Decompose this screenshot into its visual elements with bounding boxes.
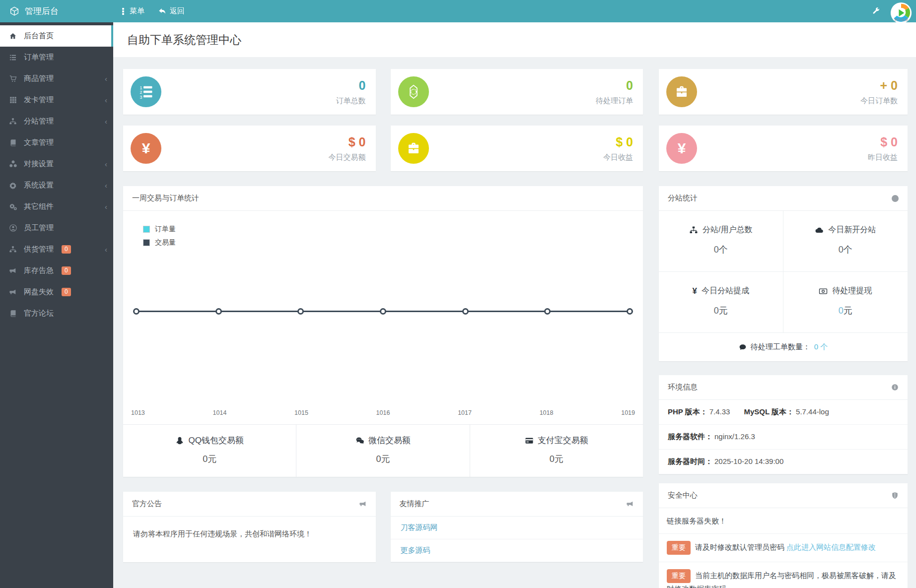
cloud-icon	[815, 226, 824, 235]
sidebar: 后台首页 订单管理 商品管理 ‹ 发卡管理 ‹ 分站管理 ‹ 文章管理 对接设置	[0, 22, 113, 588]
sidebar-item-home[interactable]: 后台首页	[0, 25, 113, 47]
chevron-left-icon: ‹	[105, 160, 107, 168]
security-row-admin-password: 重要请及时修改默认管理员密码点此进入网站信息配置修改	[659, 534, 908, 562]
gem-icon	[398, 76, 429, 107]
stat-value: $ 0	[868, 135, 898, 149]
user-icon	[8, 224, 18, 232]
main-area: 自助下单系统管理中心 123 0 订单总数	[113, 22, 916, 588]
chart-x-axis-labels: 1013 1014 1015 1016 1017 1018 1019	[131, 409, 635, 416]
sidebar-item-netdisk-invalid[interactable]: 网盘失效 0	[0, 281, 113, 303]
important-badge: 重要	[667, 541, 691, 555]
briefcase-icon	[398, 133, 429, 164]
legend-item-volume[interactable]: 交易量	[143, 238, 176, 247]
brand[interactable]: 管理后台	[0, 5, 113, 17]
stat-card-order-total[interactable]: 123 0 订单总数	[123, 69, 376, 115]
stat-card-today-volume[interactable]: ¥ $ 0 今日交易额	[123, 126, 376, 171]
env-row-versions: PHP 版本：7.4.33 MySQL 版本：5.7.44-log	[659, 400, 908, 425]
list-ol-icon: 123	[131, 76, 161, 107]
gears-icon	[8, 202, 18, 211]
sidebar-item-orders[interactable]: 订单管理	[0, 47, 113, 68]
security-row-server-fail: 链接服务器失败！	[659, 508, 908, 534]
x-tick: 1018	[540, 409, 554, 416]
sidebar-item-forum[interactable]: 官方论坛	[0, 303, 113, 324]
stat-card-pending-orders[interactable]: 0 待处理订单	[391, 69, 643, 115]
environment-panel: 环境信息 PHP 版本：7.4.33 MySQL 版本：5.7.44-log 服…	[659, 375, 908, 474]
promo-panel: 友情推广 刀客源码网 更多源码	[391, 492, 643, 562]
back-button[interactable]: 返回	[158, 6, 185, 16]
home-icon	[8, 32, 18, 40]
bullhorn-icon	[626, 500, 634, 508]
menu-button[interactable]: 菜单	[120, 6, 144, 16]
chart-panel-header: 一周交易与订单统计	[123, 186, 643, 211]
sidebar-item-suppliers[interactable]: 供货管理 0 ‹	[0, 239, 113, 260]
stat-card-today-orders[interactable]: + 0 今日订单数	[659, 69, 908, 115]
config-link[interactable]: 点此进入网站信息配置修改	[786, 543, 876, 551]
bullhorn-icon	[359, 500, 367, 508]
sitemap-icon	[8, 118, 18, 126]
sidebar-item-articles[interactable]: 文章管理	[0, 132, 113, 153]
stat-card-today-profit[interactable]: $ 0 今日收益	[391, 126, 643, 171]
data-point-marker	[627, 308, 633, 315]
sidebar-item-components[interactable]: 其它组件 ‹	[0, 196, 113, 217]
payment-stat-qq: QQ钱包交易额 0元	[123, 425, 296, 477]
sidebar-item-products[interactable]: 商品管理 ‹	[0, 68, 113, 89]
legend-swatch	[143, 226, 150, 233]
line-chart: 订单量 交易量	[123, 211, 643, 424]
x-tick: 1013	[131, 409, 145, 416]
pending-tickets-row: 待处理工单数量： 0 个	[659, 333, 908, 361]
stat-label: 今日交易额	[329, 153, 366, 162]
list-icon	[8, 54, 18, 62]
yen-icon: ¥	[666, 133, 697, 164]
circle-icon	[892, 195, 899, 202]
stat-card-yesterday-profit[interactable]: ¥ $ 0 昨日收益	[659, 126, 908, 171]
announcement-text: 请勿将本程序用于任何违规场景，共创和谐网络环境！	[123, 517, 376, 555]
money-bill-icon	[819, 287, 828, 296]
stat-label: 待处理订单	[596, 96, 633, 106]
sidebar-item-cards[interactable]: 发卡管理 ‹	[0, 89, 113, 111]
credit-card-icon	[525, 436, 534, 445]
pending-tickets-count[interactable]: 0 个	[814, 342, 828, 352]
sidebar-item-substations[interactable]: 分站管理 ‹	[0, 111, 113, 132]
env-row-server-software: 服务器软件：nginx/1.26.3	[659, 425, 908, 450]
data-point-marker	[544, 308, 551, 315]
stat-label: 昨日收益	[868, 153, 898, 162]
gear-icon	[8, 182, 18, 190]
x-tick: 1015	[294, 409, 308, 416]
chevron-left-icon: ‹	[105, 181, 107, 190]
chevron-left-icon: ‹	[105, 202, 107, 211]
cube-logo-icon	[9, 6, 20, 17]
weekly-chart-panel: 一周交易与订单统计 订单量 交易量	[123, 186, 643, 477]
payment-stat-alipay: 支付宝交易额 0元	[470, 425, 643, 477]
sidebar-item-settings[interactable]: 系统设置 ‹	[0, 175, 113, 196]
substation-stat-withdrawals: 待处理提现 0元	[783, 272, 908, 333]
security-panel: 安全中心 链接服务器失败！ 重要请及时修改默认管理员密码点此进入网站信息配置修改…	[659, 483, 908, 588]
count-badge: 0	[62, 266, 71, 275]
env-row-server-time: 服务器时间：2025-10-20 14:39:00	[659, 450, 908, 474]
legend-swatch	[143, 239, 150, 246]
promo-link-more[interactable]: 更多源码	[391, 539, 643, 562]
wechat-icon	[355, 436, 364, 445]
sidebar-item-integrations[interactable]: 对接设置 ‹	[0, 153, 113, 175]
yen-icon: ¥	[131, 133, 161, 164]
bullhorn-icon	[8, 288, 18, 296]
topbar: 管理后台 菜单 返回 腾讯视频	[0, 0, 916, 22]
sidebar-item-staff[interactable]: 员工管理	[0, 217, 113, 239]
sitemap-icon	[8, 246, 18, 254]
data-point-marker	[462, 308, 469, 315]
stat-value: 0	[336, 78, 366, 93]
announcement-panel: 官方公告 请勿将本程序用于任何违规场景，共创和谐网络环境！	[123, 492, 376, 562]
info-icon	[891, 384, 899, 391]
legend-item-orders[interactable]: 订单量	[143, 225, 176, 234]
shield-icon	[891, 492, 899, 499]
topbar-right: 腾讯视频	[872, 0, 916, 24]
menu-icon	[120, 7, 126, 15]
sidebar-item-stock-alert[interactable]: 库存告急 0	[0, 260, 113, 281]
data-point-marker	[215, 308, 222, 315]
promo-link-daoke[interactable]: 刀客源码网	[391, 517, 643, 539]
wrench-icon[interactable]	[872, 7, 880, 15]
stat-value: $ 0	[603, 135, 633, 149]
tencent-video-logo[interactable]: 腾讯视频	[890, 2, 912, 24]
stat-value: $ 0	[329, 135, 366, 149]
sitemap-icon	[689, 226, 698, 235]
payment-stats-row: QQ钱包交易额 0元 微信交易额 0元 支付	[123, 424, 643, 477]
